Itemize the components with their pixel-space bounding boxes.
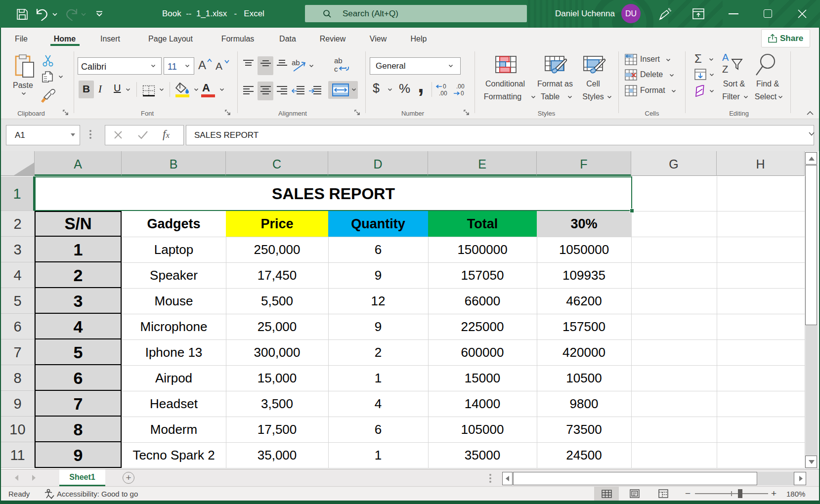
svg-text:.00: .00 <box>439 90 447 96</box>
svg-text:0: 0 <box>461 90 464 96</box>
svg-text:A: A <box>198 58 206 71</box>
svg-text:.00: .00 <box>456 83 465 90</box>
svg-text:ab: ab <box>334 56 343 65</box>
svg-text:A: A <box>216 60 222 71</box>
svg-text:0: 0 <box>443 83 446 90</box>
svg-text:ab: ab <box>292 58 300 67</box>
svg-text:c: c <box>334 65 338 73</box>
svg-text:A: A <box>722 52 729 63</box>
svg-text:Z: Z <box>722 64 728 75</box>
